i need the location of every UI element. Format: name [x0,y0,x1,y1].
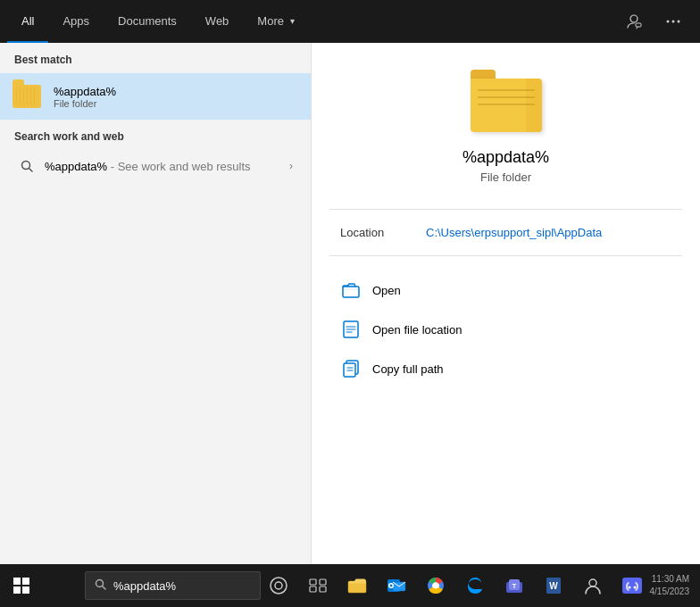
search-web-text: %appdata% - See work and web results [45,160,280,173]
svg-line-5 [29,169,33,172]
search-result-item[interactable]: %appdata% File folder [0,73,311,120]
taskbar-user[interactable] [575,568,611,603]
file-title: %appdata% [462,148,549,167]
more-options-icon[interactable] [661,9,686,34]
search-icon [18,157,36,175]
taskbar-word[interactable]: W [536,568,571,603]
taskbar-clock: 11:30 AM 4/15/2023 [650,573,694,598]
divider-top [329,209,682,210]
result-subtitle: File folder [54,98,116,109]
open-file-location-icon [340,319,362,340]
best-match-header: Best match [0,43,311,73]
taskbar-chrome[interactable] [418,568,454,603]
svg-rect-25 [310,586,316,592]
taskbar: %appdata% [0,564,700,607]
svg-rect-17 [13,586,21,594]
svg-rect-15 [13,578,21,585]
search-web-section: Search work and web %appdata% - See work… [0,120,311,189]
svg-line-20 [103,586,106,590]
copy-full-path-label: Copy full path [372,362,444,376]
tab-all[interactable]: All [7,0,48,43]
taskbar-search-text: %appdata% [113,579,176,593]
svg-point-40 [589,579,596,586]
search-web-item[interactable]: %appdata% - See work and web results › [14,150,296,182]
taskbar-task-view[interactable] [300,568,336,603]
open-icon [340,279,362,301]
result-title: %appdata% [54,85,116,98]
taskbar-outlook[interactable] [379,568,414,603]
svg-rect-16 [22,578,29,585]
taskbar-teams[interactable]: T [496,568,532,603]
svg-rect-26 [320,586,326,592]
arrow-right-icon: › [289,160,293,172]
svg-rect-24 [320,579,326,585]
copy-full-path-action[interactable]: Copy full path [329,349,682,388]
tab-web[interactable]: Web [191,0,244,43]
taskbar-search[interactable]: %appdata% [85,571,260,600]
divider-bottom [329,255,682,256]
location-value[interactable]: C:\Users\erpsupport_sipl\AppData [426,226,602,239]
svg-rect-6 [343,287,359,297]
svg-rect-41 [622,578,642,594]
file-type: File folder [480,170,531,184]
svg-point-1 [667,21,670,23]
copy-icon [340,358,362,379]
right-panel: %appdata% File folder Location C:\Users\… [311,43,700,564]
chevron-down-icon: ▾ [290,16,295,26]
tab-documents[interactable]: Documents [104,0,191,43]
feedback-icon[interactable] [621,9,646,34]
location-label: Location [340,226,412,239]
svg-point-43 [633,586,636,589]
search-web-header: Search work and web [14,130,296,143]
action-list: Open Open file location [329,270,682,388]
svg-point-34 [433,583,438,588]
svg-text:W: W [549,581,558,591]
svg-rect-0 [636,23,641,27]
open-action[interactable]: Open [329,270,682,310]
open-file-location-label: Open file location [372,323,462,337]
start-menu: All Apps Documents Web More ▾ [0,0,700,564]
open-label: Open [372,284,401,297]
taskbar-apps: T W [261,568,650,603]
tab-apps[interactable]: Apps [48,0,104,43]
left-panel: Best match %appdata% File folder Search … [0,43,311,564]
taskbar-search-button[interactable] [261,568,296,603]
start-menu-nav: All Apps Documents Web More ▾ [0,0,700,43]
taskbar-discord[interactable] [614,568,650,603]
svg-point-31 [389,585,392,587]
svg-text:T: T [512,582,516,590]
svg-rect-18 [22,586,29,594]
svg-point-21 [271,578,287,594]
main-content: Best match %appdata% File folder Search … [0,43,700,564]
svg-rect-23 [310,579,316,585]
start-button[interactable] [0,564,42,607]
svg-point-42 [628,586,630,589]
svg-point-3 [678,21,680,23]
svg-point-22 [275,582,282,589]
tab-more[interactable]: More ▾ [243,0,309,43]
taskbar-file-explorer[interactable] [339,568,375,603]
result-text: %appdata% File folder [54,85,116,109]
location-row: Location C:\Users\erpsupport_sipl\AppDat… [329,217,682,248]
folder-icon-small [11,80,43,112]
folder-icon-large [471,70,542,137]
taskbar-edge[interactable] [457,568,493,603]
taskbar-right: 11:30 AM 4/15/2023 [650,573,701,598]
svg-point-2 [672,21,675,23]
open-file-location-action[interactable]: Open file location [329,310,682,349]
taskbar-search-icon [95,578,106,593]
